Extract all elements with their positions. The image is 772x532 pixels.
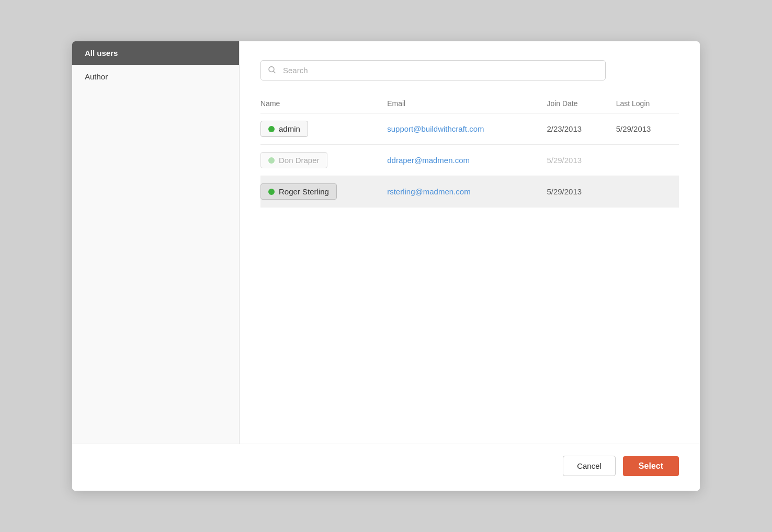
select-button[interactable]: Select xyxy=(623,456,679,476)
col-header-last-login: Last Login xyxy=(610,95,679,113)
active-status-dot xyxy=(268,189,275,195)
join-date-value: 2/23/2013 xyxy=(547,124,582,133)
user-join-date-cell: 5/29/2013 xyxy=(540,145,609,176)
user-name-cell: Don Draper xyxy=(260,145,381,176)
user-last-login-cell: 5/29/2013 xyxy=(610,113,679,145)
user-select-btn[interactable]: admin xyxy=(260,121,308,137)
join-date-value: 5/29/2013 xyxy=(547,156,582,165)
user-name-label: Roger Sterling xyxy=(279,187,329,196)
col-header-email: Email xyxy=(381,95,540,113)
user-email-link[interactable]: ddraper@madmen.com xyxy=(387,156,470,165)
user-select-btn[interactable]: Roger Sterling xyxy=(260,183,337,200)
dialog-footer: Cancel Select xyxy=(72,444,700,491)
user-email-cell: rsterling@madmen.com xyxy=(381,176,540,207)
sidebar: All users Author xyxy=(72,41,240,444)
search-input[interactable] xyxy=(260,60,606,80)
user-join-date-cell: 2/23/2013 xyxy=(540,113,609,145)
user-select-btn[interactable]: Don Draper xyxy=(260,152,327,168)
user-name-label: Don Draper xyxy=(279,156,320,165)
sidebar-item-label: All users xyxy=(85,49,118,57)
user-join-date-cell: 5/29/2013 xyxy=(540,176,609,207)
join-date-value: 5/29/2013 xyxy=(547,187,582,196)
last-login-value: 5/29/2013 xyxy=(616,124,651,133)
col-header-name: Name xyxy=(260,95,381,113)
dialog-body: All users Author xyxy=(72,41,700,444)
user-name-cell: Roger Sterling xyxy=(260,176,381,207)
table-row: Roger Sterlingrsterling@madmen.com5/29/2… xyxy=(260,176,679,207)
user-last-login-cell xyxy=(610,145,679,176)
user-email-link[interactable]: support@buildwithcraft.com xyxy=(387,124,484,133)
user-email-cell: support@buildwithcraft.com xyxy=(381,113,540,145)
user-last-login-cell xyxy=(610,176,679,207)
search-container xyxy=(260,60,679,80)
sidebar-item-all-users[interactable]: All users xyxy=(72,41,239,65)
user-name-label: admin xyxy=(279,124,300,133)
inactive-status-dot xyxy=(268,157,275,164)
user-select-dialog: All users Author xyxy=(72,41,700,491)
user-name-cell: admin xyxy=(260,113,381,145)
table-row: Don Draperddraper@madmen.com5/29/2013 xyxy=(260,145,679,176)
main-content: Name Email Join Date Last Login adminsup… xyxy=(240,41,700,444)
user-email-cell: ddraper@madmen.com xyxy=(381,145,540,176)
sidebar-item-author[interactable]: Author xyxy=(72,65,239,88)
user-email-link[interactable]: rsterling@madmen.com xyxy=(387,187,470,196)
sidebar-item-label: Author xyxy=(85,72,108,81)
col-header-join-date: Join Date xyxy=(540,95,609,113)
active-status-dot xyxy=(268,126,275,132)
user-table: Name Email Join Date Last Login adminsup… xyxy=(260,95,679,207)
cancel-button[interactable]: Cancel xyxy=(563,456,616,476)
table-row: adminsupport@buildwithcraft.com2/23/2013… xyxy=(260,113,679,145)
